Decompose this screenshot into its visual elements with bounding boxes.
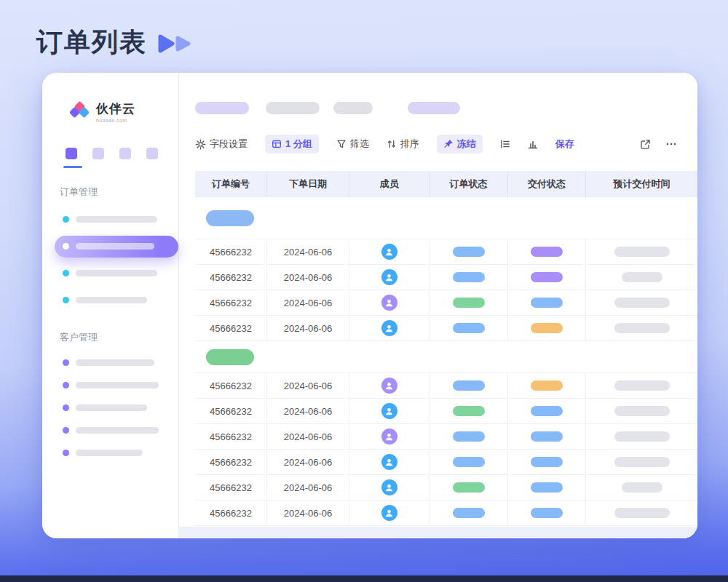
cell-delivery-status	[508, 290, 586, 315]
sidebar-item[interactable]	[42, 206, 178, 233]
sidebar-tab-2[interactable]	[92, 148, 104, 159]
item-label-placeholder	[76, 404, 147, 411]
view-tab-placeholder-1[interactable]	[195, 102, 249, 114]
item-dot	[63, 404, 69, 411]
sidebar-item[interactable]	[42, 442, 178, 464]
toolbar-freeze[interactable]: 冻结	[437, 135, 483, 154]
member-avatar	[381, 428, 397, 445]
toolbar-sort[interactable]: 排序	[387, 137, 419, 151]
cell-order-status	[430, 316, 508, 340]
toolbar-row-height[interactable]	[500, 139, 510, 149]
toolbar-chart[interactable]	[528, 139, 538, 149]
group-pill	[206, 210, 254, 226]
table-row[interactable]: 456662322024-06-06	[195, 475, 697, 501]
table-row[interactable]: 456662322024-06-06	[195, 373, 697, 399]
cell-order-no: 45666232	[195, 450, 267, 474]
member-avatar	[381, 295, 397, 311]
toolbar-label: 字段设置	[210, 137, 248, 151]
active-tab-underline	[63, 166, 82, 168]
table-row[interactable]: 456662322024-06-06	[195, 424, 697, 450]
cell-order-status	[430, 265, 508, 290]
delivery-status-pill	[531, 406, 563, 416]
order-status-pill	[453, 380, 485, 391]
sidebar-item[interactable]	[42, 419, 178, 442]
cell-order-no: 45666232	[195, 501, 267, 525]
cell-delivery-status	[508, 316, 586, 340]
sidebar-tab-3[interactable]	[119, 148, 131, 159]
app-window: 伙伴云 huoban.com 订单管理客户管理 字段设置1 分组筛选排序冻结保存…	[42, 73, 697, 538]
table-row[interactable]: 456662322024-06-06	[195, 265, 697, 290]
delivery-status-pill	[531, 482, 563, 493]
cell-order-no: 45666232	[195, 290, 267, 315]
cell-order-no: 45666232	[195, 239, 267, 264]
sidebar-tab-1[interactable]	[66, 148, 77, 159]
member-avatar	[381, 403, 397, 419]
order-status-pill	[453, 431, 485, 442]
view-tab-placeholder-3[interactable]	[333, 102, 373, 114]
item-dot	[63, 270, 69, 276]
logo-brand: 伙伴云	[96, 100, 135, 117]
table-row[interactable]: 456662322024-06-06	[195, 399, 697, 424]
sidebar-item[interactable]	[42, 287, 178, 314]
cell-delivery-status	[508, 501, 586, 525]
eta-placeholder	[622, 272, 662, 282]
item-label-placeholder	[76, 450, 143, 456]
toolbar-group[interactable]: 1 分组	[265, 135, 319, 154]
toolbar-label: 冻结	[457, 137, 476, 151]
toolbar-filter[interactable]: 筛选	[336, 137, 369, 151]
view-tab-placeholder-2[interactable]	[266, 102, 320, 114]
toolbar-label: 筛选	[350, 137, 369, 151]
view-tab-placeholder-4[interactable]	[408, 102, 460, 114]
sidebar-item[interactable]	[42, 374, 178, 396]
cell-member	[349, 450, 430, 474]
table-row[interactable]: 456662322024-06-06	[195, 239, 697, 265]
item-label-placeholder	[76, 359, 154, 366]
cell-order-date: 2024-06-06	[267, 265, 349, 290]
toolbar-save[interactable]: 保存	[555, 137, 574, 151]
share-icon[interactable]	[640, 139, 651, 150]
column-header[interactable]: 交付状态	[508, 171, 586, 197]
cell-eta	[586, 290, 697, 315]
cell-order-status	[430, 450, 508, 474]
sidebar-item[interactable]	[42, 351, 178, 374]
play-icons	[157, 33, 195, 55]
item-label-placeholder	[76, 427, 159, 434]
pin-icon	[443, 139, 454, 149]
item-dot	[63, 297, 69, 303]
delivery-status-pill	[531, 457, 563, 467]
delivery-status-pill	[531, 431, 563, 442]
group-row[interactable]	[195, 197, 697, 239]
cell-order-date: 2024-06-06	[267, 501, 349, 525]
cell-member	[349, 239, 430, 264]
sidebar-item[interactable]	[42, 396, 178, 419]
sidebar: 伙伴云 huoban.com 订单管理客户管理	[42, 73, 179, 538]
column-header[interactable]: 预计交付时间	[586, 171, 697, 197]
table-row[interactable]: 456662322024-06-06	[195, 501, 697, 526]
chart-icon	[528, 139, 538, 149]
cell-order-status	[430, 475, 508, 500]
sidebar-tab-4[interactable]	[146, 148, 158, 159]
column-header[interactable]: 成员	[349, 171, 430, 197]
sidebar-item-active[interactable]	[42, 233, 178, 260]
cell-eta	[586, 316, 697, 340]
toolbar-right-icons	[640, 139, 677, 150]
column-header[interactable]: 订单编号	[195, 171, 267, 197]
group-row[interactable]	[195, 341, 697, 373]
table-row[interactable]: 456662322024-06-06	[195, 290, 697, 316]
sidebar-item[interactable]	[42, 260, 178, 287]
column-header[interactable]: 订单状态	[430, 171, 508, 197]
delivery-status-pill	[531, 323, 563, 333]
table-row[interactable]: 456662322024-06-06	[195, 450, 697, 475]
order-status-pill	[453, 298, 485, 308]
table-row[interactable]: 456662322024-06-06	[195, 316, 697, 341]
gear-icon	[195, 139, 206, 150]
member-avatar	[381, 454, 397, 470]
cell-order-no: 45666232	[195, 265, 267, 290]
column-header[interactable]: 下单日期	[267, 171, 349, 197]
view-tabs-row	[179, 102, 697, 114]
order-status-pill	[453, 247, 485, 257]
more-icon[interactable]	[665, 139, 677, 149]
toolbar-field-settings[interactable]: 字段设置	[195, 137, 248, 151]
order-status-pill	[453, 406, 485, 416]
delivery-status-pill	[531, 508, 563, 518]
